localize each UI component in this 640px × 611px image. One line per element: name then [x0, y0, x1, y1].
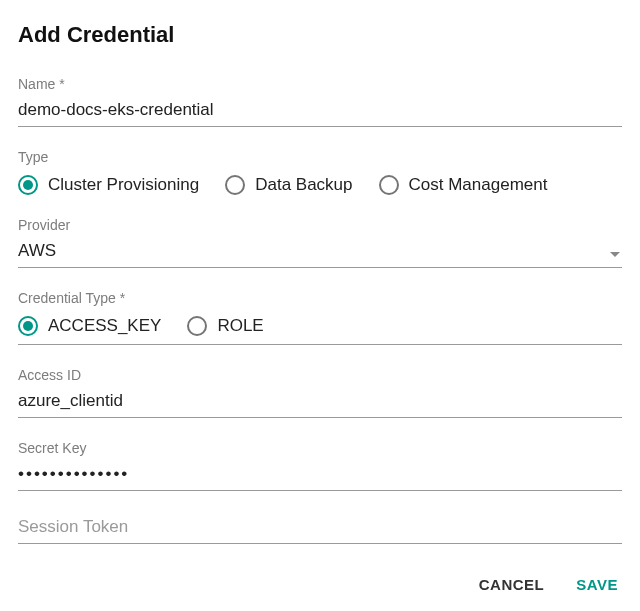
type-field: Type Cluster Provisioning Data Backup Co…: [18, 149, 622, 195]
provider-label: Provider: [18, 217, 622, 233]
credential-type-radio-access-key[interactable]: ACCESS_KEY: [18, 316, 161, 336]
dialog-actions: CANCEL SAVE: [18, 566, 622, 603]
radio-label: Data Backup: [255, 175, 352, 195]
credential-type-radio-role[interactable]: ROLE: [187, 316, 263, 336]
secret-key-field: Secret Key ••••••••••••••: [18, 440, 622, 491]
type-label: Type: [18, 149, 622, 165]
chevron-down-icon: [610, 252, 620, 257]
dialog-title: Add Credential: [18, 22, 622, 48]
divider: [18, 344, 622, 345]
provider-field: Provider AWS: [18, 217, 622, 268]
name-label: Name *: [18, 76, 622, 92]
cancel-button[interactable]: CANCEL: [475, 570, 549, 599]
radio-label: ROLE: [217, 316, 263, 336]
session-token-input[interactable]: [18, 513, 622, 544]
type-radio-data-backup[interactable]: Data Backup: [225, 175, 352, 195]
secret-key-label: Secret Key: [18, 440, 622, 456]
radio-unselected-icon: [379, 175, 399, 195]
provider-select[interactable]: AWS: [18, 237, 622, 268]
type-radio-cost-management[interactable]: Cost Management: [379, 175, 548, 195]
add-credential-dialog: Add Credential Name * Type Cluster Provi…: [0, 0, 640, 611]
access-id-input[interactable]: [18, 387, 622, 418]
save-button[interactable]: SAVE: [572, 570, 622, 599]
credential-type-field: Credential Type * ACCESS_KEY ROLE: [18, 290, 622, 345]
radio-selected-icon: [18, 175, 38, 195]
session-token-field: [18, 513, 622, 544]
access-id-field: Access ID: [18, 367, 622, 418]
radio-label: Cost Management: [409, 175, 548, 195]
secret-key-input[interactable]: ••••••••••••••: [18, 460, 622, 491]
radio-unselected-icon: [187, 316, 207, 336]
radio-label: Cluster Provisioning: [48, 175, 199, 195]
type-radio-cluster-provisioning[interactable]: Cluster Provisioning: [18, 175, 199, 195]
name-field: Name *: [18, 76, 622, 127]
radio-label: ACCESS_KEY: [48, 316, 161, 336]
access-id-label: Access ID: [18, 367, 622, 383]
provider-value: AWS: [18, 241, 56, 260]
credential-type-radio-group: ACCESS_KEY ROLE: [18, 316, 622, 336]
name-input[interactable]: [18, 96, 622, 127]
type-radio-group: Cluster Provisioning Data Backup Cost Ma…: [18, 175, 622, 195]
radio-selected-icon: [18, 316, 38, 336]
radio-unselected-icon: [225, 175, 245, 195]
credential-type-label: Credential Type *: [18, 290, 622, 306]
